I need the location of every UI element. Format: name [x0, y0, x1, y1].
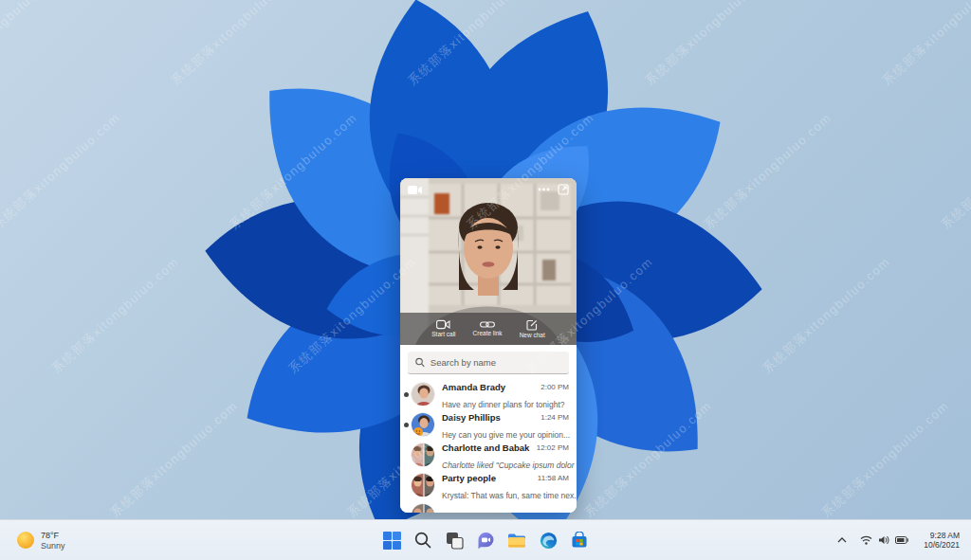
video-preview: Start call Create link New chat: [400, 178, 577, 345]
tray-date: 10/6/2021: [924, 540, 960, 550]
edge-icon: [540, 532, 558, 550]
chat-time: 11:58 AM: [538, 474, 569, 482]
wifi-icon: [860, 535, 872, 545]
chat-time: 1:24 PM: [540, 413, 569, 422]
search-input[interactable]: [431, 357, 561, 368]
chat-name: Charlotte and Babak: [442, 443, 529, 453]
sun-icon: [17, 532, 34, 549]
avatar: [411, 503, 435, 513]
camera-icon: [408, 185, 422, 195]
watermark-text: 系统部落xitongbuluo.com: [0, 0, 65, 89]
file-explorer-icon: [507, 533, 526, 549]
watermark-text: 系统部落xitongbuluo.com: [878, 0, 971, 89]
create-link-button[interactable]: Create link: [473, 320, 503, 337]
search-box[interactable]: [408, 352, 569, 374]
chat-name: Party people: [442, 473, 496, 483]
search-section: [400, 345, 577, 379]
chat-name: Daisy Phillips: [442, 412, 501, 423]
chat-time: 2:00 PM: [540, 383, 569, 391]
search-icon: [415, 357, 425, 368]
task-view-button[interactable]: [441, 524, 467, 556]
hidden-icons-button[interactable]: [834, 537, 851, 543]
start-call-button[interactable]: Start call: [431, 319, 455, 338]
quick-actions-bar: Start call Create link New chat: [400, 313, 577, 345]
taskbar-center-icons: [378, 524, 593, 556]
edge-button[interactable]: [535, 524, 561, 556]
chat-list: Amanda Brady Have any dinner plans for t…: [400, 379, 577, 513]
group-avatar: [411, 473, 435, 497]
avatar: [411, 382, 435, 406]
avatar: [411, 412, 435, 437]
microsoft-store-button[interactable]: [566, 524, 593, 556]
network-volume-battery-button[interactable]: [856, 535, 912, 545]
windows-logo-icon: [383, 532, 401, 550]
create-link-label: Create link: [473, 331, 503, 337]
chat-item-daisy-phillips[interactable]: Daisy Phillips Hey can you give me your …: [400, 409, 577, 440]
clock-widget[interactable]: 9:28 AM 10/6/2021: [918, 531, 965, 550]
chevron-up-icon: [837, 537, 847, 543]
start-button[interactable]: [378, 524, 405, 556]
chat-item-charlotte-and-babak[interactable]: Charlotte and Babak Charlotte liked "Cup…: [400, 440, 577, 470]
new-chat-button[interactable]: New chat: [520, 319, 545, 339]
unread-dot: [404, 392, 409, 397]
chat-time: 12:02 PM: [537, 443, 569, 452]
search-button[interactable]: [410, 524, 436, 556]
more-options-icon[interactable]: [538, 188, 550, 191]
watermark-text: 系统部落xitongbuluo.com: [937, 110, 971, 234]
taskbar: 78°F Sunny: [0, 519, 971, 560]
teams-chat-icon: [477, 532, 495, 550]
unread-dot: [404, 423, 409, 427]
volume-icon: [878, 535, 889, 545]
weather-condition: Sunny: [41, 541, 65, 551]
chat-name: Amanda Brady: [442, 382, 505, 392]
chat-message: Krystal: That was fun, same time nex...: [442, 491, 577, 500]
start-call-camera-icon: [436, 319, 450, 330]
pop-out-icon[interactable]: [558, 184, 569, 195]
new-chat-label: New chat: [520, 333, 545, 339]
teams-chat-flyout: Start call Create link New chat: [400, 178, 577, 513]
battery-icon: [895, 536, 908, 544]
watermark-text: 系统部落xitongbuluo.com: [0, 110, 124, 234]
new-chat-compose-icon: [526, 319, 538, 331]
task-view-icon: [446, 532, 464, 550]
chat-teams-button[interactable]: [472, 524, 499, 556]
create-link-chain-icon: [480, 320, 495, 329]
search-icon: [414, 532, 431, 549]
file-explorer-button[interactable]: [504, 524, 530, 556]
group-avatar: [411, 443, 435, 467]
tray-time: 9:28 AM: [924, 531, 960, 540]
start-call-label: Start call: [431, 332, 455, 338]
system-tray: 9:28 AM 10/6/2021: [834, 523, 965, 557]
chat-item-amanda-brady[interactable]: Amanda Brady Have any dinner plans for t…: [400, 379, 577, 409]
weather-widget[interactable]: 78°F Sunny: [9, 523, 73, 557]
microsoft-store-icon: [571, 532, 588, 549]
weather-temp: 78°F: [41, 531, 65, 541]
chat-item-party-people[interactable]: Party people Krystal: That was fun, same…: [400, 470, 577, 500]
